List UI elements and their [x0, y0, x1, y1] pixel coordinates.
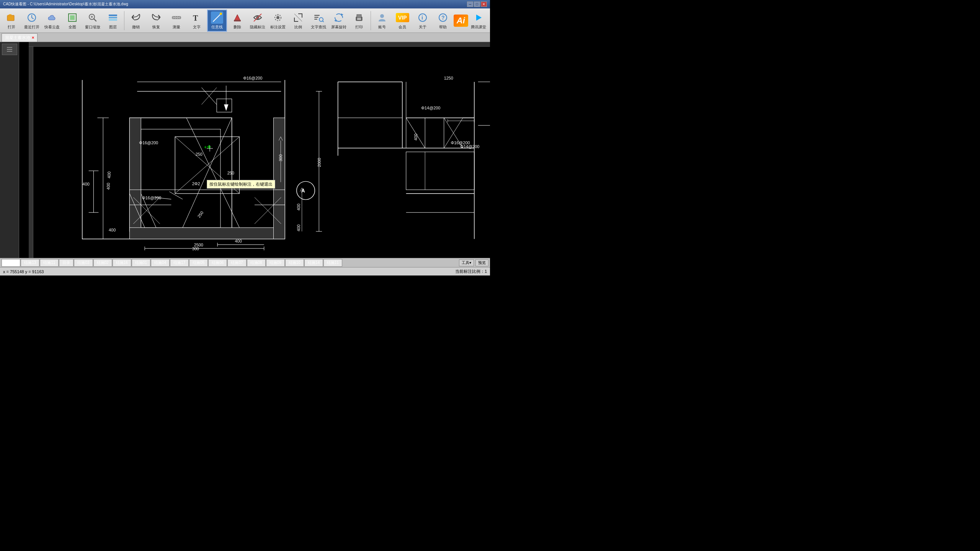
sheet-tab-6[interactable]: 结施16	[113, 259, 131, 267]
layer-label: 图层	[109, 24, 117, 30]
erase-label: 删除	[234, 24, 241, 30]
layer-button[interactable]: 图层	[103, 10, 122, 32]
account-icon	[376, 11, 388, 24]
sheet-tab-3[interactable]: 目录	[59, 259, 74, 267]
annotation-settings-button[interactable]: 标注设置	[268, 10, 288, 32]
text-search-button[interactable]: 文字查找	[309, 10, 328, 32]
undo-button[interactable]: 撤销	[126, 10, 145, 32]
recent-open-button[interactable]: 最近打开	[22, 10, 41, 32]
sheet-tab-5[interactable]: 结施02	[93, 259, 112, 267]
cad-canvas[interactable]: Φ16@200 Φ16@200 400 400 400 400 300 250 …	[19, 42, 490, 258]
sheet-tab-16[interactable]: 结施14	[304, 259, 323, 267]
svg-rect-61	[273, 118, 285, 239]
about-icon: i	[416, 11, 429, 24]
sheet-tab-14[interactable]: 结施09	[266, 259, 285, 267]
sheet-tab-active[interactable]: 结施15	[2, 259, 20, 267]
text-button[interactable]: T 文字	[187, 10, 206, 32]
account-label: 账号	[378, 24, 386, 30]
print-button[interactable]: 打印	[350, 10, 369, 32]
preview-button[interactable]: 预览	[475, 259, 488, 266]
help-label: 帮助	[439, 24, 447, 30]
help-button[interactable]: ? 帮助	[433, 10, 453, 32]
sheet-tab-1[interactable]: 结施13	[21, 259, 39, 267]
svg-text:400: 400	[83, 182, 90, 186]
svg-text:Φ16@200: Φ16@200	[142, 196, 161, 200]
sheet-tab-17[interactable]: 结施11	[323, 259, 342, 267]
clock-icon	[26, 11, 38, 24]
svg-text:2Φ2: 2Φ2	[192, 181, 200, 186]
sheet-tab-2[interactable]: 结施11	[40, 259, 59, 267]
text-icon: T	[191, 11, 203, 24]
svg-marker-22	[234, 15, 240, 21]
sheet-tab-12[interactable]: 结施07	[227, 259, 246, 267]
cloud-label: 快看云盘	[44, 24, 60, 30]
tencent-button[interactable]: 腾讯课堂	[469, 10, 488, 32]
about-button[interactable]: i 关于	[413, 10, 433, 32]
measure-icon	[170, 11, 183, 24]
fullscreen-icon	[66, 11, 78, 24]
coordinates-display: x = 755148 y = 91163	[3, 269, 44, 274]
text-search-label: 文字查找	[311, 24, 326, 30]
maximize-button[interactable]: □	[474, 2, 480, 7]
sheet-tab-10[interactable]: 结施05	[189, 259, 208, 267]
redo-label: 恢复	[152, 24, 160, 30]
svg-line-28	[294, 14, 302, 21]
svg-text:400: 400	[296, 225, 301, 231]
svg-point-26	[276, 16, 279, 19]
minimize-button[interactable]: ─	[467, 2, 473, 7]
sheet-tab-9[interactable]: 结施17	[170, 259, 189, 267]
svg-rect-29	[314, 15, 320, 16]
close-button[interactable]: ✕	[481, 2, 487, 7]
svg-rect-49	[129, 118, 232, 231]
member-button[interactable]: VIP 会员	[393, 10, 412, 32]
cloud-button[interactable]: 快看云盘	[42, 10, 62, 32]
sheet-tab-15[interactable]: 结施10	[285, 259, 304, 267]
tencent-label: 腾讯课堂	[471, 24, 486, 30]
annotation-settings-label: 标注设置	[270, 24, 286, 30]
text-label: 文字	[193, 24, 201, 30]
zoom-window-button[interactable]: 窗口缩放	[83, 10, 102, 32]
fullscreen-label: 全图	[69, 24, 76, 30]
redo-button[interactable]: 恢复	[146, 10, 166, 32]
measure-button[interactable]: 测量	[167, 10, 186, 32]
help-icon: ?	[437, 11, 449, 24]
window-controls: ─ □ ✕	[467, 2, 487, 7]
svg-text:i: i	[421, 15, 423, 21]
rotate-icon	[333, 11, 345, 24]
hide-annotation-button[interactable]: 隐藏标注	[248, 10, 268, 32]
left-panel-control[interactable]	[2, 44, 17, 55]
tools-dropdown[interactable]: 工具▾	[459, 259, 474, 266]
tab-close-button[interactable]: ×	[32, 35, 34, 40]
svg-rect-89	[406, 152, 474, 190]
fullscreen-button[interactable]: 全图	[62, 10, 82, 32]
svg-rect-31	[314, 19, 317, 20]
svg-text:2000: 2000	[317, 158, 322, 167]
account-button[interactable]: 账号	[372, 10, 392, 32]
cloud-icon	[46, 11, 58, 24]
doc-tab[interactable]: 混凝土蓄水池 ×	[2, 33, 38, 42]
svg-text:?: ?	[441, 15, 445, 21]
sheet-tab-11[interactable]: 结施06	[208, 259, 227, 267]
open-label: 打开	[8, 24, 15, 30]
svg-rect-9	[109, 17, 117, 18]
sheet-tab-8[interactable]: 结施04	[151, 259, 170, 267]
open-button[interactable]: 打开	[2, 10, 21, 32]
taskline-button[interactable]: 任意线	[207, 10, 227, 32]
scale-button[interactable]: 比例	[289, 10, 308, 32]
eye-icon	[252, 11, 264, 24]
erase-button[interactable]: 删除	[228, 10, 247, 32]
svg-point-21	[220, 13, 222, 15]
scale-icon	[292, 11, 304, 24]
sheet-tab-13[interactable]: 结施08	[247, 259, 266, 267]
svg-text:Φ14@200: Φ14@200	[421, 106, 440, 110]
svg-text:400: 400	[413, 134, 418, 140]
svg-line-69	[183, 118, 232, 228]
svg-rect-39	[357, 19, 361, 20]
screen-rotate-label: 屏幕旋转	[331, 24, 346, 30]
svg-rect-0	[7, 15, 14, 21]
redo-icon	[150, 11, 162, 24]
svg-marker-104	[224, 104, 228, 110]
sheet-tab-7[interactable]: 结施01	[132, 259, 150, 267]
screen-rotate-button[interactable]: 屏幕旋转	[329, 10, 349, 32]
sheet-tab-4[interactable]: 结施03	[74, 259, 93, 267]
